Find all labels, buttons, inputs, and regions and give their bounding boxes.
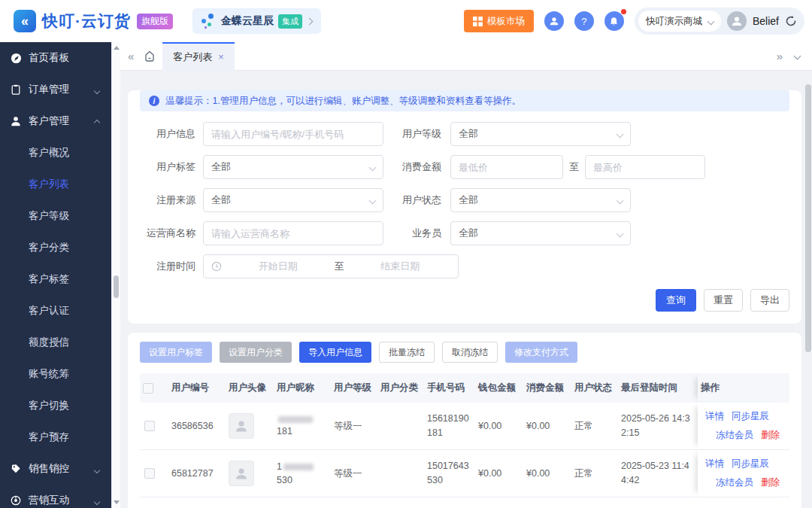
sidebar-item-customer-tag[interactable]: 客户标签	[0, 263, 111, 295]
sidebar-item-credit-line[interactable]: 额度授信	[0, 327, 111, 358]
cell-user-id: 65812787	[168, 450, 226, 497]
col-actions: 操作	[698, 373, 789, 403]
sidebar-item-dashboard[interactable]: 首页看板	[0, 42, 111, 74]
page-scrollbar-thumb[interactable]	[805, 84, 811, 352]
row-checkbox[interactable]	[144, 468, 155, 479]
sidebar-item-marketing[interactable]: 营销互动	[0, 485, 111, 508]
main-area: « 客户列表 × » i 温馨提示：1.管理用户信息，可以进行编辑、账户调整、等…	[120, 42, 812, 508]
sidebar-item-customer-category[interactable]: 客户分类	[0, 232, 111, 263]
sidebar-scrollbar[interactable]	[111, 42, 120, 508]
app-logo-icon: «	[14, 10, 36, 32]
delete-link[interactable]: 删除	[761, 476, 780, 489]
page-scrollbar[interactable]	[804, 42, 811, 508]
freeze-link[interactable]: 冻结会员	[716, 429, 753, 442]
scroll-down-arrow[interactable]	[114, 500, 120, 504]
sidebar-item-customer-prestore[interactable]: 客户预存	[0, 421, 111, 453]
cell-status: 正常	[571, 403, 618, 449]
register-source-select[interactable]: 全部	[203, 188, 383, 212]
sidebar-item-customer-list[interactable]: 客户列表	[0, 169, 111, 200]
sidebar-item-customer-auth[interactable]: 客户认证	[0, 295, 111, 327]
refresh-icon[interactable]	[785, 15, 797, 27]
import-user-info-button[interactable]: 导入用户信息	[299, 342, 371, 363]
search-button[interactable]: 查询	[656, 289, 696, 312]
cancel-freeze-button[interactable]: 取消冻结	[442, 342, 498, 363]
set-user-category-button[interactable]: 设置用户分类	[220, 342, 292, 363]
cell-wallet: ¥0.00	[475, 403, 523, 449]
modify-payment-button[interactable]: 修改支付方式	[505, 342, 577, 363]
sidebar: 首页看板 订单管理 客户管理 客户概况 客户列表 客户等级 客户分类 客户标签 …	[0, 42, 120, 508]
shop-selector[interactable]: 快叮演示商城	[638, 11, 721, 32]
export-button[interactable]: 导出	[750, 289, 789, 312]
sidebar-item-customer-overview[interactable]: 客户概况	[0, 137, 111, 169]
sync-link[interactable]: 同步星辰	[732, 410, 769, 423]
sidebar-scrollbar-thumb[interactable]	[114, 275, 119, 298]
tabs-scroll-left[interactable]: «	[120, 50, 141, 62]
chevron-right-icon	[306, 17, 314, 25]
register-time-range-picker[interactable]: 开始日期 至 结束日期	[203, 254, 459, 278]
batch-freeze-button[interactable]: 批量冻结	[379, 342, 435, 363]
row-actions: 详情 同步星辰 冻结会员 删除	[705, 458, 780, 489]
chevron-down-icon	[369, 163, 377, 171]
sidebar-item-customer-switch[interactable]: 客户切换	[0, 390, 111, 421]
sidebar-item-customers[interactable]: 客户管理	[0, 105, 111, 137]
tab-close-icon[interactable]: ×	[218, 51, 224, 62]
cell-nickname: 1 530	[277, 461, 314, 485]
spend-min-input[interactable]	[450, 155, 563, 179]
col-wallet: 钱包金额	[475, 373, 523, 403]
cell-status: 正常	[571, 450, 618, 497]
user-status-select[interactable]: 全部	[450, 188, 631, 212]
col-user-category: 用户分类	[377, 373, 424, 403]
user-tag-select[interactable]: 全部	[203, 155, 383, 179]
clock-icon	[211, 261, 222, 272]
col-user-nickname: 用户昵称	[274, 373, 331, 403]
end-date-placeholder: 结束日期	[350, 260, 451, 273]
delete-link[interactable]: 删除	[761, 429, 780, 442]
help-icon[interactable]: ?	[574, 11, 594, 31]
sidebar-item-account-planning[interactable]: 账号统筹	[0, 358, 111, 390]
tab-customer-list[interactable]: 客户列表 ×	[162, 42, 235, 71]
freeze-link[interactable]: 冻结会员	[716, 476, 753, 489]
home-tab-icon[interactable]	[143, 50, 156, 63]
integration-pill[interactable]: 金蝶云星辰 集成	[192, 8, 321, 34]
detail-link[interactable]: 详情	[705, 458, 724, 470]
start-date-placeholder: 开始日期	[228, 260, 329, 273]
set-user-tag-button[interactable]: 设置用户标签	[140, 342, 212, 363]
table-row: 36586536 181 等级一 15618190181	[140, 403, 789, 450]
table-card: 设置用户标签 设置用户分类 导入用户信息 批量冻结 取消冻结 修改支付方式 用户…	[128, 333, 801, 508]
user-info-input[interactable]	[203, 122, 383, 146]
cell-level: 等级一	[331, 403, 377, 449]
tabs-menu-icon[interactable]	[794, 53, 801, 60]
cell-spend: ¥0.00	[523, 403, 571, 449]
tabs-scroll-right[interactable]: »	[769, 50, 790, 62]
sync-link[interactable]: 同步星辰	[732, 458, 769, 470]
select-all-checkbox[interactable]	[143, 383, 153, 394]
spend-max-input[interactable]	[585, 155, 705, 179]
chevron-down-icon	[617, 130, 624, 138]
row-checkbox[interactable]	[144, 421, 155, 431]
notice-text: 温馨提示：1.管理用户信息，可以进行编辑、账户调整、等级调整和资料查看等操作。	[165, 95, 521, 108]
scroll-up-arrow[interactable]	[114, 46, 120, 50]
username: Belief	[753, 15, 779, 27]
chevron-down-icon	[707, 17, 715, 25]
chevron-up-icon	[94, 119, 100, 125]
sidebar-item-sales-control[interactable]: 销售销控	[0, 453, 111, 485]
col-user-id: 用户编号	[168, 373, 226, 403]
filter-label-spend-amount: 消费金额	[392, 160, 441, 174]
operator-name-input[interactable]	[203, 221, 383, 245]
user-level-select[interactable]: 全部	[450, 122, 631, 146]
col-phone: 手机号码	[424, 373, 475, 403]
avatar[interactable]	[727, 11, 747, 31]
col-user-avatar: 用户头像	[226, 373, 274, 403]
sidebar-item-customer-level[interactable]: 客户等级	[0, 200, 111, 232]
template-market-button[interactable]: 模板市场	[464, 10, 534, 32]
cell-phone: 15618190181	[427, 412, 472, 440]
customer-service-icon[interactable]	[544, 11, 564, 31]
sales-tag-icon	[10, 463, 22, 475]
sidebar-item-orders[interactable]: 订单管理	[0, 74, 111, 105]
salesman-select[interactable]: 全部	[450, 221, 631, 245]
detail-link[interactable]: 详情	[705, 410, 724, 423]
col-last-login: 最后登陆时间	[618, 373, 698, 403]
reset-button[interactable]: 重置	[704, 289, 743, 312]
notification-dot	[621, 9, 626, 14]
notification-bell-icon[interactable]	[604, 11, 624, 31]
